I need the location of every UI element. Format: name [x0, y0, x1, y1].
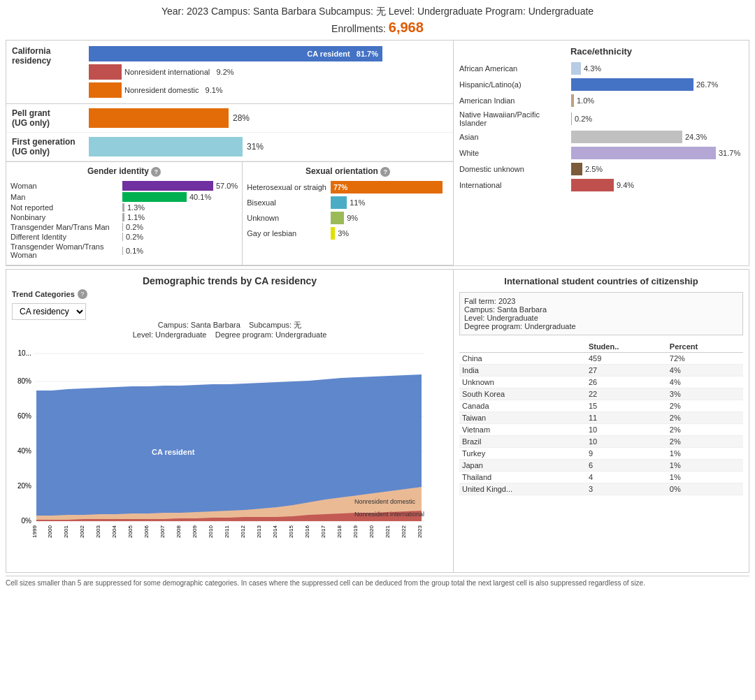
gender-help-icon[interactable]: ? [151, 167, 161, 177]
race-item-hispanic: Hispanic/Latino(a) 26.7% [459, 78, 743, 91]
race-item-asian: Asian 24.3% [459, 131, 743, 143]
svg-text:20%: 20% [17, 482, 31, 490]
trend-dropdown[interactable]: CA residency [12, 303, 86, 320]
percent-cell: 2% [667, 436, 743, 448]
svg-text:2004: 2004 [111, 525, 117, 538]
country-cell: India [459, 365, 586, 377]
gender-bar-different [122, 233, 123, 241]
table-row: Japan61% [459, 460, 743, 472]
gender-panel: Gender identity ? Woman 57.0% Man 40.1% [6, 162, 243, 265]
svg-text:2003: 2003 [95, 525, 101, 538]
svg-text:2020: 2020 [368, 525, 375, 538]
percent-cell: 2% [667, 424, 743, 436]
percent-cell: 2% [667, 412, 743, 424]
pell-bar [89, 108, 229, 128]
race-bar-asian [571, 131, 682, 143]
table-row: Taiwan112% [459, 412, 743, 424]
race-bar-american-indian [571, 94, 574, 107]
gender-bar-nonbinary [122, 213, 124, 221]
svg-text:2014: 2014 [272, 525, 278, 538]
sexual-panel: Sexual orientation ? Heterosexual or str… [243, 162, 453, 265]
svg-text:2011: 2011 [224, 525, 230, 538]
race-bar-domestic-unknown [571, 163, 582, 175]
race-item-native-hawaiian: Native Hawaiian/PacificIslander 0.2% [459, 110, 743, 127]
trend-help-icon[interactable]: ? [78, 289, 87, 299]
firstgen-label: First generation(UG only) [12, 137, 89, 156]
bottom-section: Demographic trends by CA residency Trend… [6, 269, 749, 573]
race-item-white: White 31.7% [459, 147, 743, 159]
students-cell: 3 [586, 483, 667, 495]
svg-text:0%: 0% [22, 517, 32, 525]
race-item-african: African American 4.3% [459, 62, 743, 75]
gender-item: Transgender Man/Trans Man 0.2% [10, 223, 238, 231]
race-items: African American 4.3% Hispanic/Latino(a)… [459, 62, 743, 191]
sexual-bar-hetero: 77% [331, 181, 443, 194]
firstgen-bar [89, 137, 243, 156]
country-cell: United Kingd... [459, 483, 586, 495]
firstgen-bar-area: 31% [89, 137, 447, 156]
students-cell: 4 [586, 472, 667, 483]
page: Year: 2023 Campus: Santa Barbara Subcamp… [0, 0, 755, 595]
race-bar-hispanic [571, 78, 693, 91]
gender-item: Not reported 1.3% [10, 203, 238, 212]
country-cell: Vietnam [459, 424, 586, 436]
sexual-bar-gay [331, 227, 335, 240]
dropdown-label: Trend Categories [12, 290, 75, 298]
country-cell: Brazil [459, 436, 586, 448]
svg-text:2016: 2016 [304, 525, 310, 538]
gender-bar-transwoman [122, 247, 123, 255]
svg-text:2000: 2000 [47, 525, 53, 538]
intl-title: International student countries of citiz… [459, 275, 743, 288]
svg-text:CA resident: CA resident [152, 448, 195, 456]
svg-text:2009: 2009 [192, 525, 198, 538]
percent-cell: 4% [667, 365, 743, 377]
students-cell: 10 [586, 424, 667, 436]
country-cell: Unknown [459, 377, 586, 388]
table-row: United Kingd...30% [459, 483, 743, 495]
enrollment-value: 6,968 [389, 20, 424, 35]
trend-panel: Demographic trends by CA residency Trend… [6, 270, 454, 572]
gender-bar-notreported [122, 203, 124, 212]
nonresident-intl-bar [89, 64, 122, 80]
sexual-help-icon[interactable]: ? [380, 167, 390, 177]
country-cell: Taiwan [459, 412, 586, 424]
svg-text:2013: 2013 [256, 525, 262, 538]
race-panel: Race/ethnicity African American 4.3% His… [454, 41, 749, 265]
bar-row-dom: Nonresident domestic 9.1% [89, 82, 447, 98]
gender-item: Woman 57.0% [10, 181, 238, 191]
svg-text:60%: 60% [17, 412, 31, 420]
svg-text:40%: 40% [17, 447, 31, 455]
table-row: Vietnam102% [459, 424, 743, 436]
svg-text:1999: 1999 [31, 525, 38, 538]
pell-firstgen-section: Pell grant(UG only) 28% First generation… [6, 104, 453, 162]
gender-sexual-section: Gender identity ? Woman 57.0% Man 40.1% [6, 162, 453, 265]
svg-text:2005: 2005 [127, 525, 134, 538]
sexual-title: Sexual orientation ? [247, 166, 449, 177]
svg-text:Nonresident domestic: Nonresident domestic [354, 498, 416, 505]
percent-cell: 1% [667, 448, 743, 460]
page-title: Year: 2023 Campus: Santa Barbara Subcamp… [6, 6, 749, 18]
nonresident-dom-bar [89, 82, 122, 98]
trend-title: Demographic trends by CA residency [12, 275, 447, 286]
country-cell: Japan [459, 460, 586, 472]
race-bar-native-hawaiian [571, 112, 572, 125]
gender-bar-woman [122, 181, 213, 191]
race-item-domestic-unknown: Domestic unknown 2.5% [459, 163, 743, 175]
percent-cell: 72% [667, 353, 743, 365]
bar-row-intl: Nonresident international 9.2% [89, 64, 447, 80]
table-row: China45972% [459, 353, 743, 365]
students-cell: 9 [586, 448, 667, 460]
race-bar-african [571, 62, 581, 75]
trend-svg: 10... 80% 60% 40% 20% 0% [12, 343, 431, 553]
svg-text:2015: 2015 [288, 525, 294, 538]
students-cell: 10 [586, 436, 667, 448]
svg-text:2017: 2017 [320, 525, 326, 538]
left-panels: California residency CA resident 81.7% N… [6, 41, 454, 265]
country-cell: Turkey [459, 448, 586, 460]
firstgen-pct: 31% [247, 142, 264, 152]
pell-row: Pell grant(UG only) 28% [6, 104, 453, 133]
pell-bar-area: 28% [89, 108, 447, 128]
pell-pct: 28% [233, 113, 250, 123]
percent-cell: 3% [667, 388, 743, 400]
svg-text:2001: 2001 [63, 525, 69, 538]
